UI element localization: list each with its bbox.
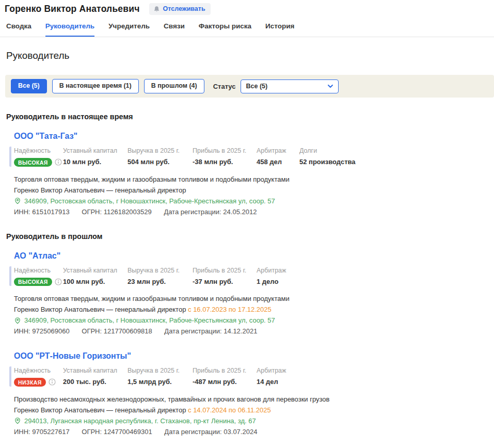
location-pin-icon bbox=[14, 417, 21, 424]
company-card: АО "Атлас" Надёжность ВЫСОКАЯ Уставный к… bbox=[14, 251, 494, 337]
tab-bar: Сводка Руководитель Учредитель Связи Фак… bbox=[0, 15, 494, 37]
stat-reliability: Надёжность ВЫСОКАЯ bbox=[14, 266, 63, 286]
company-inn: ИНН: 9705227617 bbox=[14, 428, 70, 436]
chevron-down-icon bbox=[327, 83, 333, 89]
stat-revenue: Выручка в 2025 г. 23 млн руб. bbox=[128, 266, 193, 286]
company-ids: ИНН: 6151017913 ОГРН: 1126182003529 Дата… bbox=[14, 206, 494, 217]
company-address[interactable]: 346909, Ростовская область, г Новошахтин… bbox=[14, 315, 494, 326]
stat-revenue: Выручка в 2025 г. 504 млн руб. bbox=[128, 147, 193, 167]
tab-svyazi[interactable]: Связи bbox=[164, 22, 185, 37]
bell-icon bbox=[153, 6, 160, 12]
company-link[interactable]: АО "Атлас" bbox=[14, 251, 60, 261]
stat-revenue: Выручка в 2025 г. 1,5 млрд руб. bbox=[128, 366, 193, 387]
reliability-badge: ВЫСОКАЯ bbox=[14, 278, 52, 286]
company-inn: ИНН: 6151017913 bbox=[14, 208, 70, 216]
page-header: Горенко Виктор Анатольевич Отслеживать bbox=[0, 0, 494, 15]
stat-profit: Прибыль в 2025 г. -37 млн руб. bbox=[193, 266, 257, 286]
stat-reliability: Надёжность ВЫСОКАЯ bbox=[14, 147, 63, 167]
tab-uchreditel[interactable]: Учредитель bbox=[108, 22, 150, 37]
status-select[interactable]: Все (5) bbox=[241, 79, 339, 93]
stat-arbitration: Арбитраж 14 дел bbox=[257, 366, 494, 387]
company-card: ООО "Тата-Газ" Надёжность ВЫСОКАЯ Уставн… bbox=[14, 132, 494, 217]
stat-capital: Уставный капитал 200 тыс. руб. bbox=[63, 366, 128, 387]
company-card: ООО "РТ-Новые Горизонты" Надёжность НИЗК… bbox=[14, 351, 494, 437]
info-icon[interactable] bbox=[49, 378, 56, 386]
tab-rukovoditel[interactable]: Руководитель bbox=[45, 22, 94, 37]
person-name: Горенко Виктор Анатольевич bbox=[5, 4, 140, 14]
company-activity: Торговля оптовая твердым, жидким и газоо… bbox=[14, 174, 494, 185]
role-period: с 14.07.2024 по 06.11.2025 bbox=[188, 406, 271, 414]
company-role: Горенко Виктор Анатольевич — генеральный… bbox=[14, 185, 494, 196]
track-button[interactable]: Отслеживать bbox=[149, 3, 211, 15]
company-role: Горенко Виктор Анатольевич — генеральный… bbox=[14, 304, 494, 315]
company-stats: Надёжность ВЫСОКАЯ Уставный капитал 10 м… bbox=[9, 147, 494, 167]
info-icon[interactable] bbox=[55, 278, 62, 285]
company-reg-date: Дата регистрации: 03.07.2024 bbox=[164, 428, 257, 436]
stat-arbitration: Арбитраж 458 дел bbox=[257, 147, 299, 167]
filter-current-button[interactable]: В настоящее время (1) bbox=[52, 79, 139, 94]
track-button-label: Отслеживать bbox=[163, 5, 205, 12]
filter-bar: Все (5) В настоящее время (1) В прошлом … bbox=[5, 75, 494, 98]
stat-debts: Долги 52 производства bbox=[299, 147, 494, 167]
info-icon[interactable] bbox=[55, 158, 62, 166]
company-reg-date: Дата регистрации: 14.12.2021 bbox=[164, 327, 257, 335]
filter-all-button[interactable]: Все (5) bbox=[11, 79, 47, 94]
stat-capital: Уставный капитал 100 млн руб. bbox=[63, 266, 128, 286]
company-link[interactable]: ООО "РТ-Новые Горизонты" bbox=[14, 351, 131, 361]
company-address[interactable]: 346909, Ростовская область, г Новошахтин… bbox=[14, 196, 494, 206]
reliability-badge: НИЗКАЯ bbox=[14, 378, 46, 387]
company-stats: Надёжность ВЫСОКАЯ Уставный капитал 100 … bbox=[9, 266, 494, 286]
section-title-current: Руководитель в настоящее время bbox=[6, 113, 494, 121]
tab-svodka[interactable]: Сводка bbox=[6, 22, 31, 37]
company-ids: ИНН: 9725069060 ОГРН: 1217700609818 Дата… bbox=[14, 326, 494, 337]
company-ogrn: ОГРН: 1247700469301 bbox=[82, 428, 152, 436]
reliability-badge: ВЫСОКАЯ bbox=[14, 158, 52, 167]
results-list: Руководитель в настоящее время ООО "Тата… bbox=[0, 113, 494, 448]
role-period: с 16.07.2023 по 17.12.2025 bbox=[188, 306, 272, 313]
company-stats: Надёжность НИЗКАЯ Уставный капитал 200 т… bbox=[9, 366, 494, 387]
location-pin-icon bbox=[14, 317, 21, 324]
stat-reliability: Надёжность НИЗКАЯ bbox=[14, 366, 63, 387]
company-address[interactable]: 294013, Луганская народная республика, г… bbox=[14, 415, 494, 426]
company-link[interactable]: ООО "Тата-Газ" bbox=[14, 132, 77, 141]
company-role: Горенко Виктор Анатольевич — генеральный… bbox=[14, 405, 494, 415]
company-activity: Торговля оптовая твердым, жидким и газоо… bbox=[14, 293, 494, 304]
company-ogrn: ОГРН: 1217700609818 bbox=[82, 327, 152, 335]
stat-arbitration: Арбитраж 1 дело bbox=[257, 266, 494, 286]
location-pin-icon bbox=[14, 197, 21, 204]
status-select-value: Все (5) bbox=[246, 83, 267, 90]
stat-profit: Прибыль в 2025 г. -487 млн руб. bbox=[193, 366, 257, 387]
company-activity: Производство несамоходных железнодорожны… bbox=[14, 394, 494, 405]
company-ids: ИНН: 9705227617 ОГРН: 1247700469301 Дата… bbox=[14, 426, 494, 437]
tab-faktory-riska[interactable]: Факторы риска bbox=[199, 22, 251, 37]
status-filter-label: Статус bbox=[213, 83, 236, 90]
tab-istoriya[interactable]: История bbox=[265, 22, 294, 37]
stat-profit: Прибыль в 2025 г. -38 млн руб. bbox=[193, 147, 257, 167]
filter-past-button[interactable]: В прошлом (4) bbox=[144, 79, 204, 94]
company-ogrn: ОГРН: 1126182003529 bbox=[82, 208, 151, 216]
company-inn: ИНН: 9725069060 bbox=[14, 327, 70, 335]
stat-capital: Уставный капитал 10 млн руб. bbox=[63, 147, 128, 167]
section-title-past: Руководитель в прошлом bbox=[6, 232, 494, 241]
company-reg-date: Дата регистрации: 24.05.2012 bbox=[164, 208, 257, 216]
page-title: Руководитель bbox=[6, 50, 494, 61]
